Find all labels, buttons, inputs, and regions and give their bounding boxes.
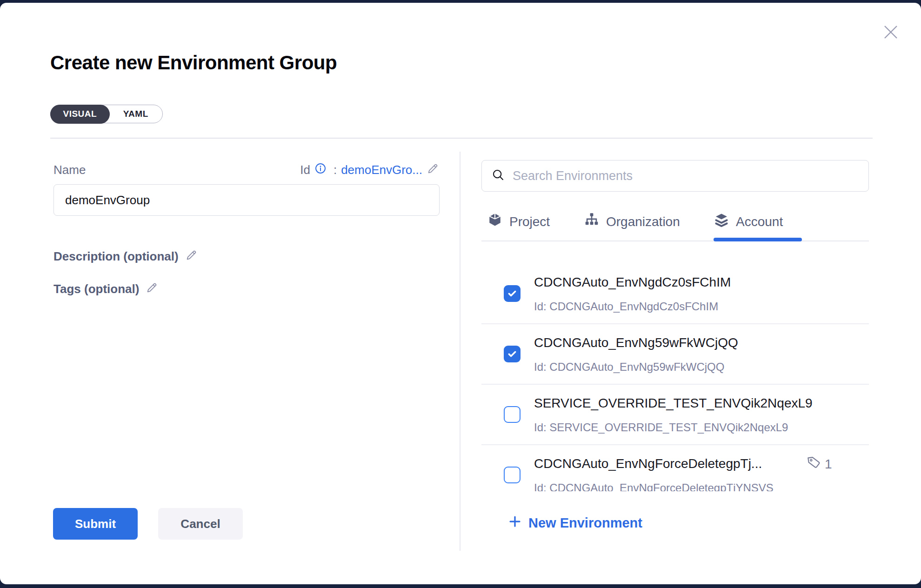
id-row: Id : demoEnvGro... [300,162,440,178]
edit-tags-pencil-icon[interactable] [146,281,159,297]
panel-divider [460,152,460,551]
tab-organization-label: Organization [606,214,680,229]
new-environment-button[interactable]: New Environment [508,514,642,532]
search-icon [491,168,505,184]
environment-checkbox-unchecked[interactable] [504,406,521,423]
tag-count: 1 [825,457,832,472]
close-icon[interactable] [881,22,901,42]
org-chart-icon [584,212,600,231]
active-tab-indicator [714,238,802,241]
edit-id-pencil-icon[interactable] [427,162,440,178]
cancel-button[interactable]: Cancel [158,508,243,540]
environment-id: Id: CDCNGAuto_EnvNgForceDeletegpTjYNSVS [534,481,774,491]
environment-row[interactable]: CDCNGAuto_EnvNgdCz0sFChIM Id: CDCNGAuto_… [481,264,869,324]
plus-icon [508,514,522,532]
info-icon[interactable] [314,162,327,178]
environment-search-box [481,160,869,192]
description-optional-row: Description (optional) [53,248,198,265]
tabs-divider [481,241,869,241]
description-label: Description (optional) [53,249,179,264]
tags-label: Tags (optional) [53,282,139,296]
environment-row[interactable]: CDCNGAuto_EnvNgForceDeletegpTj... 1 Id: … [481,445,869,491]
environment-list: CDCNGAuto_EnvNgdCz0sFChIM Id: CDCNGAuto_… [481,242,869,491]
name-id-row: Name Id : demoEnvGro... [53,162,440,178]
tag-count-badge: 1 [807,455,832,473]
environment-checkbox-checked[interactable] [504,285,521,302]
tab-organization[interactable]: Organization [584,212,680,231]
search-environments-input[interactable] [513,169,859,183]
submit-button[interactable]: Submit [53,508,138,540]
tags-optional-row: Tags (optional) [53,281,159,297]
layers-icon [714,212,729,231]
environment-id: Id: CDCNGAuto_EnvNgdCz0sFChIM [534,300,718,313]
environment-name: CDCNGAuto_EnvNgForceDeletegpTj... [534,456,762,471]
cube-icon [487,212,503,231]
visual-yaml-toggle: VISUAL YAML [50,105,163,123]
action-buttons: Submit Cancel [53,508,243,540]
id-label: Id [300,163,310,177]
environment-name: SERVICE_OVERRIDE_TEST_ENVQik2NqexL9 [534,396,813,411]
name-input[interactable] [53,184,440,216]
toggle-yaml[interactable]: YAML [109,105,162,123]
environment-id: Id: CDCNGAuto_EnvNg59wFkWCjQQ [534,361,724,374]
name-label: Name [53,163,86,177]
new-environment-label: New Environment [528,515,642,531]
tab-account[interactable]: Account [714,212,783,231]
header-divider [50,138,873,139]
environment-name: CDCNGAuto_EnvNg59wFkWCjQQ [534,335,738,350]
id-value-link[interactable]: demoEnvGro... [341,163,422,177]
tag-icon [807,455,821,473]
tab-account-label: Account [736,214,783,229]
environment-row[interactable]: CDCNGAuto_EnvNg59wFkWCjQQ Id: CDCNGAuto_… [481,324,869,385]
environment-id: Id: SERVICE_OVERRIDE_TEST_ENVQik2NqexL9 [534,421,788,434]
environment-row[interactable]: SERVICE_OVERRIDE_TEST_ENVQik2NqexL9 Id: … [481,385,869,445]
tab-project[interactable]: Project [487,212,550,231]
edit-description-pencil-icon[interactable] [185,248,198,265]
id-colon: : [334,163,337,177]
page-title: Create new Environment Group [50,52,337,74]
scope-tabs: Project Organization [481,208,869,241]
create-environment-group-modal: Create new Environment Group VISUAL YAML… [0,3,921,584]
tab-project-label: Project [509,214,550,229]
toggle-visual[interactable]: VISUAL [50,105,110,124]
environment-checkbox-unchecked[interactable] [504,467,521,483]
environment-name: CDCNGAuto_EnvNgdCz0sFChIM [534,275,731,290]
environment-checkbox-checked[interactable] [504,346,521,362]
